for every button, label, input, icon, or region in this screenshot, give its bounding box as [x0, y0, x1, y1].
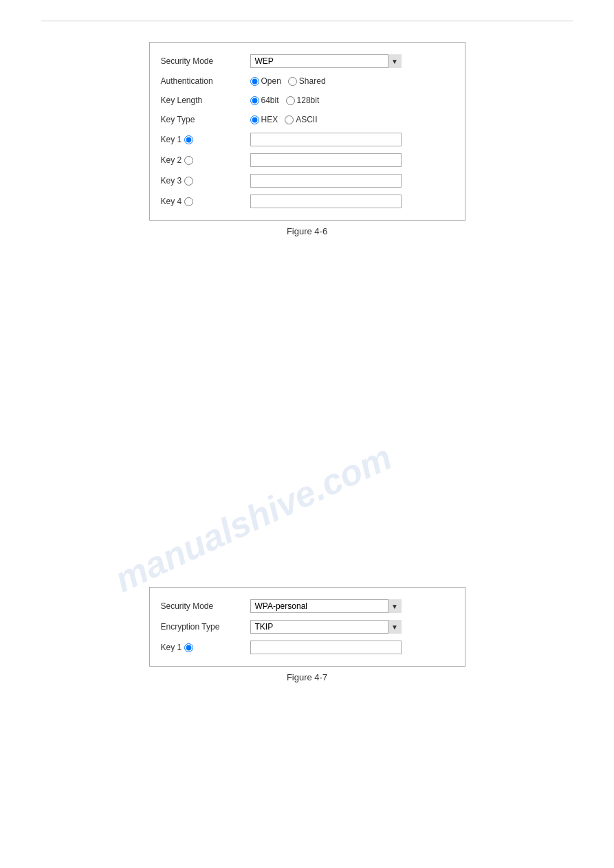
fig7-key1-active-radio[interactable]	[184, 643, 193, 652]
authentication-radio-group: Open Shared	[250, 76, 326, 86]
security-mode-select-wrapper: WEP WPA-personal WPA2-personal None ▼	[250, 54, 402, 68]
key4-label-area: Key 4	[161, 197, 250, 206]
key-length-64-option[interactable]: 64bit	[250, 96, 279, 105]
fig7-key1-label-text: Key 1	[161, 643, 182, 652]
key4-active-radio[interactable]	[184, 197, 193, 206]
key-type-row: Key Type HEX ASCII	[161, 110, 454, 129]
fig7-encryption-type-select[interactable]: TKIP AES	[250, 620, 402, 634]
authentication-row: Authentication Open Shared	[161, 71, 454, 91]
key1-label-area: Key 1	[161, 135, 250, 144]
key-type-label: Key Type	[161, 115, 250, 124]
fig7-security-mode-select-wrapper: WEP WPA-personal WPA2-personal None ▼	[250, 599, 402, 613]
key-type-hex-label: HEX	[261, 115, 278, 124]
key-type-ascii-option[interactable]: ASCII	[285, 115, 317, 124]
page-container: Security Mode WEP WPA-personal WPA2-pers…	[0, 0, 614, 868]
key2-active-radio[interactable]	[184, 156, 193, 165]
key-type-hex-radio[interactable]	[250, 115, 259, 124]
top-divider	[41, 21, 573, 21]
key-type-control: HEX ASCII	[250, 115, 454, 124]
security-mode-control: WEP WPA-personal WPA2-personal None ▼	[250, 54, 454, 68]
figure-4-6-form-box: Security Mode WEP WPA-personal WPA2-pers…	[149, 42, 465, 221]
key2-label-area: Key 2	[161, 155, 250, 165]
key-length-64-label: 64bit	[261, 96, 279, 105]
auth-shared-option[interactable]: Shared	[288, 76, 326, 86]
auth-open-label: Open	[261, 76, 281, 86]
key4-input[interactable]	[250, 194, 402, 208]
key-length-label: Key Length	[161, 96, 250, 105]
figure-4-7-section: Security Mode WEP WPA-personal WPA2-pers…	[0, 587, 614, 682]
key2-row: Key 2	[161, 150, 454, 170]
key1-row: Key 1	[161, 129, 454, 150]
fig7-security-mode-select[interactable]: WEP WPA-personal WPA2-personal None	[250, 599, 402, 613]
fig7-key1-row: Key 1	[161, 637, 454, 658]
key-type-ascii-radio[interactable]	[285, 115, 294, 124]
figure-4-7-form-box: Security Mode WEP WPA-personal WPA2-pers…	[149, 587, 465, 667]
key-type-radio-group: HEX ASCII	[250, 115, 318, 124]
fig7-security-mode-label: Security Mode	[161, 601, 250, 611]
fig7-security-mode-row: Security Mode WEP WPA-personal WPA2-pers…	[161, 596, 454, 616]
authentication-label: Authentication	[161, 76, 250, 86]
key-length-128-label: 128bit	[297, 96, 320, 105]
fig7-encryption-type-control: TKIP AES ▼	[250, 620, 454, 634]
key-length-control: 64bit 128bit	[250, 96, 454, 105]
key1-active-radio[interactable]	[184, 135, 193, 144]
key3-label-area: Key 3	[161, 176, 250, 186]
fig7-encryption-type-label: Encryption Type	[161, 622, 250, 632]
key-length-radio-group: 64bit 128bit	[250, 96, 320, 105]
figure-4-7-caption: Figure 4-7	[287, 672, 327, 682]
auth-open-option[interactable]: Open	[250, 76, 281, 86]
fig7-encryption-type-select-wrapper: TKIP AES ▼	[250, 620, 402, 634]
fig7-encryption-type-row: Encryption Type TKIP AES ▼	[161, 616, 454, 637]
key2-input[interactable]	[250, 153, 402, 167]
key-length-128-radio[interactable]	[286, 96, 295, 105]
key-length-row: Key Length 64bit 128bit	[161, 91, 454, 110]
auth-shared-label: Shared	[299, 76, 326, 86]
key-type-ascii-label: ASCII	[296, 115, 317, 124]
key4-row: Key 4	[161, 191, 454, 212]
watermark: manualshive.com	[109, 436, 398, 601]
security-mode-row: Security Mode WEP WPA-personal WPA2-pers…	[161, 51, 454, 71]
fig7-key1-input[interactable]	[250, 641, 402, 654]
auth-open-radio[interactable]	[250, 77, 259, 86]
key4-label-text: Key 4	[161, 197, 182, 206]
key-length-128-option[interactable]: 128bit	[286, 96, 320, 105]
key3-input[interactable]	[250, 174, 402, 188]
figure-4-6-caption: Figure 4-6	[287, 226, 327, 236]
security-mode-label: Security Mode	[161, 56, 250, 66]
fig7-security-mode-control: WEP WPA-personal WPA2-personal None ▼	[250, 599, 454, 613]
security-mode-select[interactable]: WEP WPA-personal WPA2-personal None	[250, 54, 402, 68]
fig7-key1-label-area: Key 1	[161, 643, 250, 652]
middle-space: manualshive.com	[0, 257, 614, 587]
key3-label-text: Key 3	[161, 176, 182, 186]
key3-active-radio[interactable]	[184, 177, 193, 186]
figure-4-6-section: Security Mode WEP WPA-personal WPA2-pers…	[0, 42, 614, 236]
key1-label-text: Key 1	[161, 135, 182, 144]
key2-label-text: Key 2	[161, 155, 182, 165]
authentication-control: Open Shared	[250, 76, 454, 86]
key1-input[interactable]	[250, 133, 402, 146]
key3-row: Key 3	[161, 170, 454, 191]
key-type-hex-option[interactable]: HEX	[250, 115, 278, 124]
auth-shared-radio[interactable]	[288, 77, 297, 86]
key-length-64-radio[interactable]	[250, 96, 259, 105]
